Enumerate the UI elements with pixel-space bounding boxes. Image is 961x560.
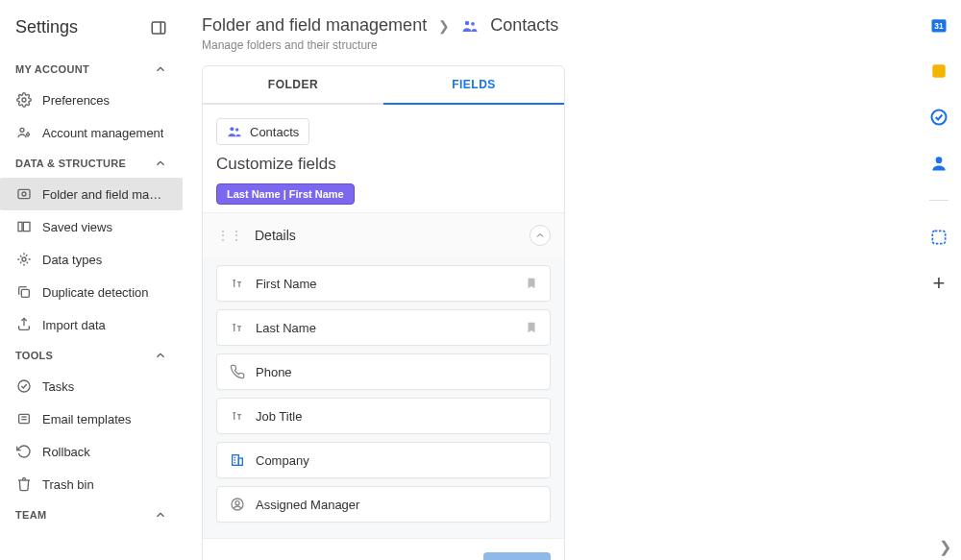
contacts-app-icon[interactable] [929,154,949,173]
name-formula-chip[interactable]: Last Name | First Name [216,183,355,205]
keep-icon[interactable] [929,61,949,81]
trash-icon [15,475,33,493]
folder-selector[interactable]: Contacts [216,118,309,145]
breadcrumb-leaf: Contacts [490,15,558,36]
svg-point-4 [27,134,30,136]
duplicate-icon [15,283,33,301]
panel-footer: CANCEL SAVE [203,538,564,560]
extension-icon[interactable] [929,228,949,247]
field-first-name[interactable]: First Name [216,265,551,302]
calendar-icon[interactable]: 31 [929,15,949,35]
section-team[interactable]: TEAM [0,500,183,529]
fields-list: First Name Last Name Phone Job Title Com… [203,257,564,538]
text-field-icon [229,276,246,291]
customize-title: Customize fields [216,155,551,174]
nav-duplicate-detection[interactable]: Duplicate detection [0,276,183,308]
nav-email-templates[interactable]: Email templates [0,402,183,435]
add-app-icon[interactable]: + [929,274,949,293]
section-details-header[interactable]: ⋮⋮ Details [203,212,564,257]
people-icon [227,124,242,139]
nav-trash-bin[interactable]: Trash bin [0,468,183,500]
breadcrumb-root[interactable]: Folder and field management [202,15,427,36]
svg-point-12 [18,380,30,392]
svg-point-16 [465,20,470,25]
company-icon [229,452,246,468]
svg-point-2 [22,98,26,102]
save-button[interactable]: SAVE [483,552,551,560]
tab-fields[interactable]: FIELDS [383,66,564,105]
svg-rect-7 [18,222,22,231]
svg-point-3 [20,128,24,132]
rollback-icon [15,443,33,460]
sidebar-title: Settings [15,17,78,37]
svg-point-18 [230,127,234,131]
next-page-icon[interactable]: ❯ [939,538,951,556]
svg-point-17 [471,21,475,25]
text-field-icon [229,320,246,335]
nav-folder-field-management[interactable]: Folder and field mana... [0,178,183,210]
svg-point-26 [235,501,239,505]
text-field-icon [229,408,246,424]
page-subtitle: Manage folders and their structure [202,38,898,52]
svg-rect-0 [152,22,165,34]
tasks-app-icon[interactable] [929,108,949,127]
panel-toggle-icon[interactable] [150,19,167,37]
svg-rect-29 [932,64,945,77]
nav-data-types[interactable]: Data types [0,243,183,276]
import-icon [15,316,33,333]
drag-handle-icon[interactable]: ⋮⋮ [216,228,243,243]
chevron-up-icon [154,508,167,522]
field-last-name[interactable]: Last Name [216,309,551,346]
nav-rollback[interactable]: Rollback [0,435,183,468]
section-data-structure[interactable]: DATA & STRUCTURE [0,149,183,178]
svg-rect-32 [932,231,945,243]
section-tools[interactable]: TOOLS [0,341,183,370]
nav-import-data[interactable]: Import data [0,308,183,341]
settings-sidebar: Settings MY ACCOUNT Preferences Account … [0,0,183,560]
bookmark-icon[interactable] [525,277,538,290]
preferences-icon [15,91,33,109]
rail-divider [929,200,949,201]
breadcrumb: Folder and field management ❯ Contacts [202,15,898,36]
tasks-icon [15,377,33,395]
chevron-up-icon [534,230,546,241]
nav-tasks[interactable]: Tasks [0,370,183,402]
field-phone[interactable]: Phone [216,353,551,390]
nav-account-management[interactable]: Account management [0,116,183,149]
chevron-right-icon: ❯ [438,18,450,34]
chevron-up-icon [154,157,167,170]
section-my-account[interactable]: MY ACCOUNT [0,55,183,84]
svg-rect-21 [238,458,242,465]
svg-rect-10 [21,289,29,297]
right-rail: 31 + [917,0,961,560]
phone-icon [229,364,246,379]
svg-rect-5 [18,189,30,198]
svg-point-19 [235,128,238,131]
chevron-up-icon [154,62,167,76]
folder-field-icon [15,185,33,203]
people-icon [461,17,479,35]
field-job-title[interactable]: Job Title [216,398,551,434]
bookmark-icon[interactable] [525,321,538,334]
svg-point-31 [936,157,943,163]
tab-folder[interactable]: FOLDER [203,66,383,105]
chevron-up-icon [154,349,167,362]
main-content: Folder and field management ❯ Contacts M… [183,0,917,560]
svg-text:31: 31 [934,21,944,31]
account-icon [15,124,33,141]
collapse-button[interactable] [530,225,551,246]
data-types-icon [15,251,33,268]
fields-panel: FOLDER FIELDS Contacts Customize fields … [202,65,565,560]
field-company[interactable]: Company [216,442,551,478]
svg-point-9 [22,257,26,261]
email-templates-icon [15,410,33,427]
svg-rect-8 [23,222,30,231]
nav-saved-views[interactable]: Saved views [0,210,183,243]
person-icon [229,497,246,512]
svg-point-6 [22,192,26,196]
field-assigned-manager[interactable]: Assigned Manager [216,486,551,523]
cancel-button[interactable]: CANCEL [216,552,302,560]
nav-preferences[interactable]: Preferences [0,84,183,116]
saved-views-icon [15,218,33,235]
